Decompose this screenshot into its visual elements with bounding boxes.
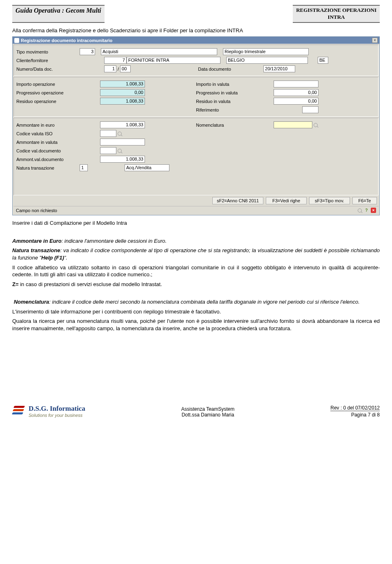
app-icon [14,38,19,43]
footer-assistance: Assistenza TeamSystem [181,406,235,412]
lbl-ammont-val-documento: Ammont.val.documento [16,157,80,162]
lbl-ammontare-valuta: Ammontare in valuta [16,140,80,145]
desc-label: Ammontare in Euro [12,238,62,244]
footer-center: Assistenza TeamSystem Dott.ssa Damiano M… [181,406,235,418]
natura-transazione-desc: Acq./Vendita [125,164,169,171]
header-right-line1: REGISTRAZIONE OPERAZIONI [296,7,376,13]
z-label: Z= [12,281,19,287]
data-documento-field[interactable]: 20/12/2010 [263,65,295,72]
desc-text: : va indicato il codice corrispondente a… [12,247,380,261]
paragraph-inserimento-facoltativo: L'inserimento di tale informazione per i… [12,308,380,316]
paragraph-ricerca-vana: Qualora la ricerca per una nomenclatura … [12,318,380,332]
logo-subtitle: Solutions for your business [29,413,85,418]
search-icon[interactable] [118,149,122,153]
panel-importi: Importo operazione 1.008,33 Progressivo … [13,77,379,117]
importo-operazione-field[interactable]: 1.008,33 [100,81,145,87]
lbl-progressivo-valuta: Progressivo in valuta [196,90,257,95]
anno-doc-field[interactable]: 00 [120,65,131,72]
page-footer: D.S.G. Informatica Solutions for your bu… [0,401,392,423]
panel-dettaglio: Ammontare in euro 1.008,33 Codice valuta… [13,118,379,195]
window-title: Registrazione documento intracomunitario [21,38,112,43]
help-icon[interactable]: ? [364,208,369,213]
riepilogo-field: Riepilogo trimestrale [223,48,309,55]
status-text: Campo non richiesto [16,208,57,213]
intra-window: Registrazione documento intracomunitario… [12,36,380,215]
z-text: in caso di prestazioni di servizi esclus… [19,281,162,287]
lbl-nomenclatura: Nomenclatura [196,123,237,128]
clifor-desc: FORNITORE INTRA [127,57,220,64]
help-hint: Help (F1) [41,255,64,261]
header-right: REGISTRAZIONE OPERAZIONI INTRA [293,5,380,23]
natura-transazione-code[interactable]: 1 [80,164,88,171]
header-left: Guida Operativa : Gecom Multi [12,5,105,23]
desc-text: ". [64,255,67,261]
paragraph-codice-alfabetico: Il codice alfabetico va utilizzato solta… [12,264,380,278]
lbl-residuo-operazione: Residuo operazione [16,99,80,104]
lbl-natura-transazione: Natura transazione [16,166,80,170]
progressivo-operazione-field[interactable]: 0,00 [100,89,145,96]
residuo-valuta-field[interactable]: 0,00 [274,98,318,105]
btn-tipo-mov[interactable]: sF3=Tipo mov. [309,197,350,204]
logo-icon [12,405,26,417]
nomenclatura-field[interactable] [274,121,312,128]
logo-title: D.S.G. Informatica [29,405,85,413]
importo-valuta-field[interactable] [274,81,318,87]
lbl-residuo-valuta: Residuo in valuta [196,99,257,104]
paragraph-ammontare-euro: Ammontare in Euro: indicare l'ammontare … [12,237,380,245]
doc-separator: / [116,67,120,72]
lbl-ammontare-euro: Ammontare in euro [16,123,80,128]
header-right-line2: INTRA [328,14,345,20]
search-icon[interactable] [314,123,318,127]
search-icon[interactable] [357,208,362,213]
desc-text: : indicare l'ammontare delle cessioni in… [62,238,167,244]
btn-vedi-righe[interactable]: F3=Vedi righe [266,197,307,204]
footer-revision: Rev : 0 del 07/02/2012 [330,405,380,411]
ammontare-valuta-field[interactable] [100,139,145,145]
close-icon[interactable]: × [372,38,378,43]
status-bar: Campo non richiesto ? × [13,206,379,214]
lbl-codice-val-documento: Codice val.documento [16,148,80,153]
footer-right: Rev : 0 del 07/02/2012 Pagina 7 di 8 [330,405,380,418]
lbl-riferimento: Riferimento [196,107,257,112]
lbl-importo-operazione: Importo operazione [16,82,80,87]
btn-te[interactable]: F6=Te [352,197,377,204]
num-doc-field[interactable]: 1 [104,65,116,72]
footer-page-number: Pagina 7 di 8 [330,411,380,418]
footer-author: Dott.ssa Damiano Maria [181,412,235,418]
paese-field: BELGIO [226,57,308,64]
paragraph-z: Z= in caso di prestazioni di servizi esc… [12,281,380,288]
tipo-movimento-desc: Acquisti [101,48,217,55]
button-bar: sF2=Anno CN8 2011 F3=Vedi righe sF3=Tipo… [13,196,379,205]
desc-text: : indicare il codice delle merci secondo… [49,299,360,305]
residuo-operazione-field[interactable]: 1.008,33 [100,98,145,105]
lbl-importo-valuta: Importo in valuta [196,82,257,87]
btn-anno-cn8[interactable]: sF2=Anno CN8 2011 [212,197,263,204]
paragraph-natura-transazione: Natura transazione: va indicato il codic… [12,247,380,261]
clifor-code[interactable]: 7 [104,57,127,64]
iso-field: BE [318,57,328,64]
progressivo-valuta-field[interactable]: 0,00 [274,89,318,96]
lbl-progressivo-operazione: Progressivo operazione [16,90,80,95]
codice-valuta-iso-field[interactable] [100,130,116,137]
lbl-codice-valuta-iso: Codice valuta ISO [16,131,80,136]
close-icon[interactable]: × [371,208,376,213]
ammont-val-documento-field[interactable]: 1.008,33 [100,156,145,163]
riferimento-field[interactable] [302,106,318,113]
aftershot-paragraph: Inserire i dati di Compilazione per il M… [12,219,380,227]
desc-label: Natura transazione [12,247,60,253]
panel-movimento: Tipo movimento 3 Acquisti Riepilogo trim… [13,45,379,76]
intro-paragraph: Alla conferma della Registrazione e dell… [12,27,380,34]
lbl-numero-data-doc: Numero/Data doc. [16,67,80,72]
desc-label: Nomenclatura [14,299,49,305]
page-header: Guida Operativa : Gecom Multi REGISTRAZI… [12,5,380,23]
ammontare-euro-field[interactable]: 1.008,33 [100,121,145,128]
search-icon[interactable] [118,132,122,136]
lbl-data-documento: Data documento [198,67,247,72]
footer-logo: D.S.G. Informatica Solutions for your bu… [12,405,85,418]
codice-val-documento-field[interactable] [100,147,116,154]
paragraph-nomenclatura: Nomenclatura: indicare il codice delle m… [12,298,380,306]
tipo-movimento-code[interactable]: 3 [80,48,95,55]
lbl-cliente-fornitore: Cliente/fornitore [16,58,80,63]
lbl-tipo-movimento: Tipo movimento [16,49,80,54]
window-titlebar: Registrazione documento intracomunitario… [13,37,379,44]
